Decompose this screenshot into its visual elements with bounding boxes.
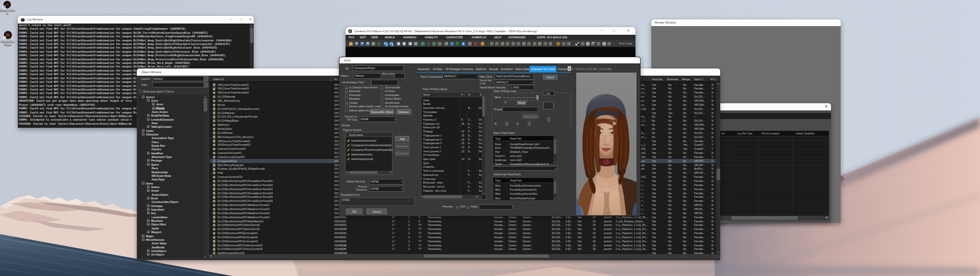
svg-text:W: W <box>592 42 596 46</box>
svg-text:M: M <box>457 42 460 46</box>
